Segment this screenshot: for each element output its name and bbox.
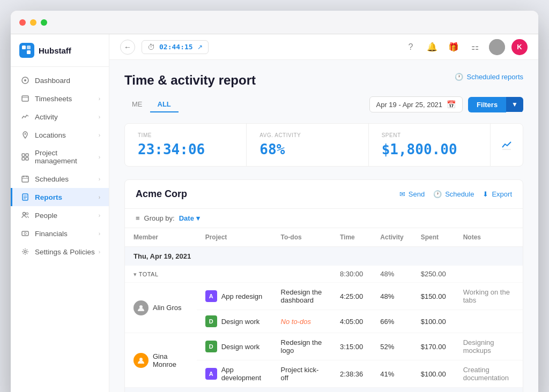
project-cell: D Design work (197, 310, 272, 333)
schedules-icon (21, 175, 29, 183)
scheduled-reports-link[interactable]: 🕐 Scheduled reports (455, 73, 523, 81)
spent-cell: $150.00 (412, 283, 455, 310)
svg-point-4 (24, 79, 26, 81)
activity-cell: 52% (372, 333, 412, 360)
filters-main-button[interactable]: Filters (468, 97, 506, 112)
help-icon[interactable]: ? (403, 40, 418, 55)
svg-rect-12 (22, 176, 28, 182)
close-button[interactable] (19, 19, 26, 26)
reports-icon (21, 193, 29, 201)
sidebar-item-dashboard[interactable]: Dashboard (11, 71, 109, 89)
col-time: Time (331, 228, 372, 247)
member-name: Gina Monroe (153, 352, 188, 368)
project-name: Design work (221, 343, 260, 351)
sidebar-logo: Hubstaff (11, 34, 109, 67)
filters-dropdown-button[interactable]: ▼ (506, 97, 523, 112)
minimize-button[interactable] (30, 19, 36, 26)
timer-icon: ⏱ (147, 43, 155, 51)
export-label: Export (492, 190, 512, 198)
total-label-cell: ▾ TOTAL (125, 266, 331, 283)
sidebar-nav: Dashboard Timesheets › Activity › Locati… (11, 67, 109, 392)
sidebar-item-locations[interactable]: Locations › (11, 126, 109, 144)
summary-activity-label: AVG. ACTIVITY (259, 132, 355, 138)
sidebar-item-label-dashboard: Dashboard (35, 77, 70, 85)
project-cell: A App redesign (197, 283, 272, 310)
schedule-action[interactable]: 🕐 Schedule (433, 190, 474, 198)
people-icon (21, 211, 29, 220)
table-row: Alin Gros A App redesign Redesign the da… (125, 283, 523, 310)
svg-rect-9 (26, 154, 28, 156)
user-initial[interactable]: K (511, 39, 528, 55)
sidebar-item-financials[interactable]: Financials › (11, 224, 109, 243)
sidebar-item-label-financials: Financials (35, 230, 68, 238)
maximize-button[interactable] (41, 19, 47, 26)
col-activity: Activity (372, 228, 412, 247)
sidebar-item-activity[interactable]: Activity › (11, 108, 109, 126)
date-cell: Thu, Apr 19, 2021 (125, 247, 523, 266)
report-actions: ✉ Send 🕐 Schedule ⬇ Export (399, 190, 512, 198)
tabs: ME ALL (124, 97, 179, 112)
svg-point-23 (24, 232, 26, 235)
member-cell: Gina Monroe (125, 333, 197, 388)
scheduled-reports-label: Scheduled reports (466, 73, 523, 81)
sidebar-item-label-activity: Activity (35, 113, 58, 121)
sidebar-item-label-schedules: Schedules (35, 175, 69, 183)
chart-toggle-button[interactable] (491, 131, 523, 159)
sidebar-item-timesheets[interactable]: Timesheets › (11, 89, 109, 108)
grid-icon[interactable]: ⚏ (468, 40, 483, 55)
sidebar-item-settings[interactable]: Settings & Policies › (11, 243, 109, 261)
todo-cell: Project kick-off (272, 360, 331, 388)
time-cell: 4:25:00 (331, 283, 372, 310)
back-button[interactable]: ← (120, 40, 135, 55)
timer-expand-icon[interactable]: ↗ (197, 43, 203, 51)
summary-spent-value: $1,800.00 (382, 141, 477, 157)
tab-me[interactable]: ME (124, 97, 150, 112)
sidebar-item-label-project-management: Project management (35, 149, 99, 165)
total-spent-cell: $250.00 (412, 266, 455, 283)
project-name: App development (221, 366, 264, 382)
summary-activity-value: 68% (259, 141, 355, 157)
sidebar-item-reports[interactable]: Reports › (11, 188, 109, 206)
logo-icon (19, 43, 34, 58)
summary-spent-label: SPENT (382, 132, 477, 138)
timer-display[interactable]: ⏱ 02:44:15 ↗ (142, 40, 209, 54)
content-area: Time & activity report 🕐 Scheduled repor… (109, 60, 538, 392)
notes-cell: Designing mockups (455, 333, 523, 360)
notifications-icon[interactable]: 🔔 (425, 40, 440, 55)
sidebar-item-project-management[interactable]: Project management › (11, 144, 109, 170)
project-badge: D (205, 315, 217, 327)
user-avatar[interactable] (489, 39, 505, 55)
table-date-row: Fri, Apr 20, 2021 (125, 388, 523, 393)
time-cell: 4:05:00 (331, 310, 372, 333)
sidebar-item-schedules[interactable]: Schedules › (11, 170, 109, 188)
project-cell: A App development (197, 360, 272, 388)
group-by-select[interactable]: Date ▾ (179, 214, 200, 222)
sidebar-item-people[interactable]: People › (11, 206, 109, 224)
date-cell: Fri, Apr 20, 2021 (125, 388, 523, 393)
col-member: Member (125, 228, 197, 247)
export-action[interactable]: ⬇ Export (483, 190, 512, 198)
svg-rect-8 (22, 154, 25, 156)
project-badge: D (205, 341, 217, 352)
svg-point-24 (24, 251, 26, 253)
main-content: ← ⏱ 02:44:15 ↗ ? 🔔 🎁 ⚏ K (109, 34, 538, 392)
svg-point-21 (26, 213, 28, 215)
schedule-label: Schedule (445, 190, 474, 198)
table-total-row: ▾ TOTAL 8:30:00 48% $250.00 (125, 266, 523, 283)
page-title: Time & activity report (124, 73, 256, 88)
tabs-filters-row: ME ALL Apr 19 - Apr 25, 2021 📅 Filters ▼ (124, 96, 523, 112)
table-row: Gina Monroe D Design work Redesign the l… (125, 333, 523, 360)
date-picker[interactable]: Apr 19 - Apr 25, 2021 📅 (369, 96, 463, 112)
group-by-label: Group by: (144, 214, 175, 222)
financials-icon (21, 229, 29, 238)
total-notes-cell (455, 266, 523, 283)
dashboard-icon (21, 76, 29, 85)
table-header: Member Project To-dos Time Activity Spen… (125, 228, 523, 247)
chevron-icon-people: › (99, 213, 100, 218)
tab-all[interactable]: ALL (150, 97, 179, 112)
gift-icon[interactable]: 🎁 (446, 40, 461, 55)
summary-card-time: TIME 23:34:06 (125, 124, 247, 166)
send-action[interactable]: ✉ Send (399, 190, 425, 198)
send-icon: ✉ (399, 190, 405, 198)
project-name: Design work (221, 318, 260, 326)
